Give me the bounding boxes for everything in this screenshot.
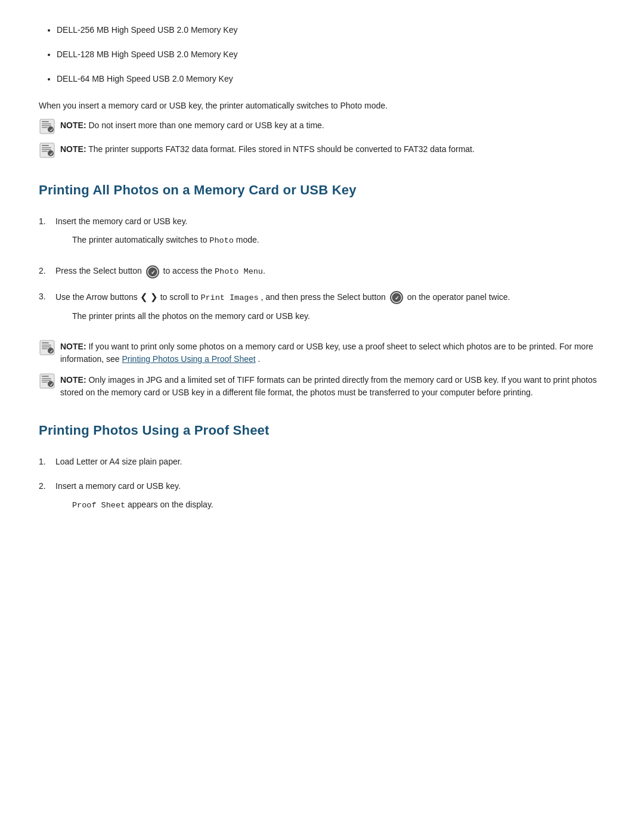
section2-step-1: 1. Load Letter or A4 size plain paper. xyxy=(39,456,605,468)
step3-text-before: Use the Arrow buttons xyxy=(55,292,138,302)
arrow-icon: ❮ ❯ xyxy=(140,292,158,302)
note-1-label: NOTE: xyxy=(60,120,86,130)
step2-num: 2. xyxy=(39,265,55,277)
step1-code: Photo xyxy=(209,236,234,245)
s2-step2-sub: Proof Sheet appears on the display. xyxy=(72,498,605,512)
note-icon-1: ✓ xyxy=(39,118,55,135)
bullet-item-2: DELL-128 MB High Speed USB 2.0 Memory Ke… xyxy=(57,48,605,61)
note-3-text: NOTE: If you want to print only some pho… xyxy=(60,340,605,366)
section2-step-2: 2. Insert a memory card or USB key. Proo… xyxy=(39,480,605,518)
svg-rect-29 xyxy=(42,382,48,383)
s2-step1-num: 1. xyxy=(39,456,55,468)
note-2-label: NOTE: xyxy=(60,144,86,154)
note-block-2: ✓ NOTE: The printer supports FAT32 data … xyxy=(39,143,605,159)
svg-rect-2 xyxy=(42,123,51,125)
select-button-icon-2: ✓ xyxy=(390,291,403,304)
top-bullet-list: DELL-256 MB High Speed USB 2.0 Memory Ke… xyxy=(57,24,605,85)
svg-rect-26 xyxy=(42,376,49,377)
note-block-1: ✓ NOTE: Do not insert more than one memo… xyxy=(39,119,605,135)
note-2-text: NOTE: The printer supports FAT32 data fo… xyxy=(60,143,605,156)
s2-step2-num: 2. xyxy=(39,480,55,493)
proof-sheet-code: Proof Sheet xyxy=(72,501,125,510)
svg-rect-28 xyxy=(42,380,51,381)
step3-mono1: Print Images xyxy=(200,293,258,302)
section2-heading: Printing Photos Using a Proof Sheet xyxy=(39,420,605,440)
svg-text:✓: ✓ xyxy=(150,270,155,275)
svg-text:✓: ✓ xyxy=(49,349,54,354)
step2-content: Press the Select button ✓ to access the … xyxy=(55,265,605,278)
note-icon-4: ✓ xyxy=(39,373,55,389)
proof-sheet-sub-text: appears on the display. xyxy=(128,500,213,509)
svg-text:✓: ✓ xyxy=(49,128,54,133)
svg-rect-4 xyxy=(42,127,48,128)
step3-content: Use the Arrow buttons ❮ ❯ to scroll to P… xyxy=(55,290,605,329)
note-block-3: ✓ NOTE: If you want to print only some p… xyxy=(39,340,605,366)
step1-content: Insert the memory card or USB key. The p… xyxy=(55,215,605,253)
section1-step-3: 3. Use the Arrow buttons ❮ ❯ to scroll t… xyxy=(39,290,605,329)
note-2-content: The printer supports FAT32 data format. … xyxy=(88,144,475,154)
section1-step-2: 2. Press the Select button ✓ to access t… xyxy=(39,265,605,278)
select-button-icon-1: ✓ xyxy=(146,265,159,278)
note-1-content: Do not insert more than one memory card … xyxy=(88,120,324,130)
svg-rect-10 xyxy=(42,149,51,150)
step1-sub: The printer automatically switches to Ph… xyxy=(72,234,605,247)
note-icon-2: ✓ xyxy=(39,142,55,159)
note-3-label: NOTE: xyxy=(60,342,86,351)
svg-text:✓: ✓ xyxy=(49,151,54,157)
note-3-after: . xyxy=(258,354,261,364)
s2-step1-content: Load Letter or A4 size plain paper. xyxy=(55,456,605,468)
section1-step-1: 1. Insert the memory card or USB key. Th… xyxy=(39,215,605,253)
section1-steps: 1. Insert the memory card or USB key. Th… xyxy=(39,215,605,329)
step3-num: 3. xyxy=(39,290,55,303)
proof-sheet-link[interactable]: Printing Photos Using a Proof Sheet xyxy=(122,354,256,364)
note-4-content: Only images in JPG and a limited set of … xyxy=(60,375,597,397)
svg-rect-19 xyxy=(42,342,49,343)
step3-text-mid: , and then press the Select button xyxy=(261,292,386,302)
svg-rect-1 xyxy=(42,121,49,122)
s2-step2-text: Insert a memory card or USB key. xyxy=(55,481,181,491)
note-block-4: ✓ NOTE: Only images in JPG and a limited… xyxy=(39,374,605,399)
svg-rect-11 xyxy=(42,151,48,152)
svg-rect-9 xyxy=(42,147,51,148)
step1-text: Insert the memory card or USB key. xyxy=(55,216,187,226)
step3-text-end: on the operator panel twice. xyxy=(407,292,510,302)
bullet-item-1: DELL-256 MB High Speed USB 2.0 Memory Ke… xyxy=(57,24,605,36)
s2-step2-content: Insert a memory card or USB key. Proof S… xyxy=(55,480,605,518)
svg-rect-8 xyxy=(42,145,49,146)
svg-text:✓: ✓ xyxy=(394,295,399,301)
note-icon-3: ✓ xyxy=(39,339,55,356)
intro-paragraph: When you insert a memory card or USB key… xyxy=(39,100,605,112)
note-4-label: NOTE: xyxy=(60,375,86,385)
note-1-text: NOTE: Do not insert more than one memory… xyxy=(60,119,605,132)
section1-heading: Printing All Photos on a Memory Card or … xyxy=(39,180,605,200)
step1-num: 1. xyxy=(39,215,55,228)
step2-mono: Photo Menu xyxy=(215,267,263,276)
s2-step1-text: Load Letter or A4 size plain paper. xyxy=(55,457,182,466)
section2-steps: 1. Load Letter or A4 size plain paper. 2… xyxy=(39,456,605,518)
step3-sub: The printer prints all the photos on the… xyxy=(72,310,605,323)
svg-rect-21 xyxy=(42,346,51,348)
svg-rect-22 xyxy=(42,348,48,349)
bullet-item-3: DELL-64 MB High Speed USB 2.0 Memory Key xyxy=(57,73,605,85)
svg-rect-20 xyxy=(42,345,51,346)
svg-rect-3 xyxy=(42,125,51,126)
step2-text-before: Press the Select button xyxy=(55,266,142,275)
svg-text:✓: ✓ xyxy=(49,382,54,388)
note-4-text: NOTE: Only images in JPG and a limited s… xyxy=(60,374,605,399)
step3-text-after: to scroll to xyxy=(160,292,199,302)
step2-text-after: to access the xyxy=(163,266,213,275)
svg-rect-27 xyxy=(42,378,51,379)
